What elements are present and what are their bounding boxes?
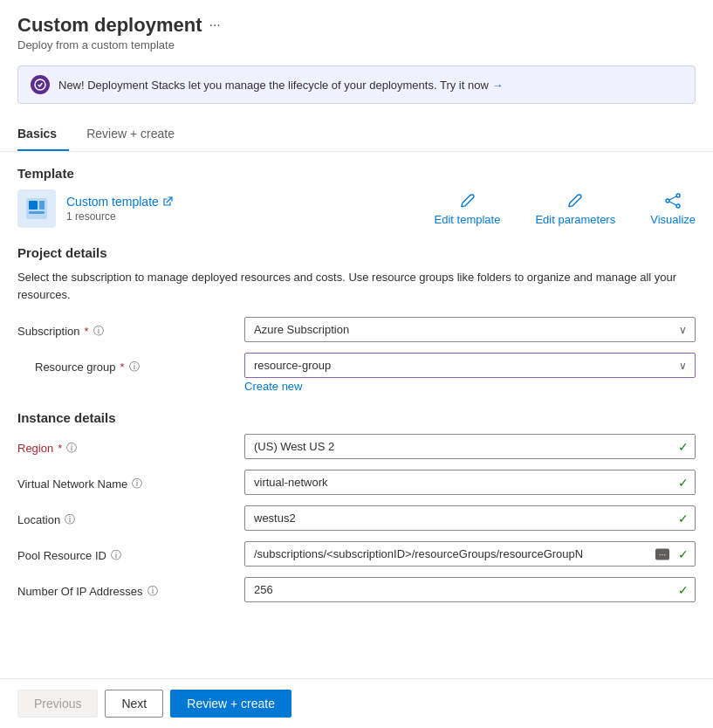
location-input[interactable] [244, 505, 696, 531]
pool-resource-id-input[interactable] [244, 541, 696, 567]
template-actions: Edit template Edit parameters [435, 192, 696, 226]
region-required-star: * [58, 442, 62, 455]
location-row: Location ⓘ ✓ [17, 505, 696, 531]
number-of-ip-addresses-row: Number Of IP Addresses ⓘ ✓ [17, 577, 696, 602]
virtual-network-name-label: Virtual Network Name ⓘ [17, 470, 244, 491]
subscription-label: Subscription * ⓘ [17, 317, 244, 339]
template-name-link[interactable]: Custom template [66, 195, 173, 209]
virtual-network-name-input[interactable] [244, 470, 696, 495]
subscription-select-wrapper: Azure Subscription ∨ [244, 317, 696, 342]
location-label: Location ⓘ [17, 505, 244, 527]
subscription-row: Subscription * ⓘ Azure Subscription ∨ [17, 317, 696, 342]
resource-group-required-star: * [120, 361, 125, 374]
footer: Previous Next Review + create [0, 678, 713, 728]
svg-line-9 [669, 202, 676, 205]
resource-group-field: resource-group ∨ Create new [244, 353, 696, 393]
subscription-info-icon[interactable]: ⓘ [93, 324, 104, 339]
number-of-ip-addresses-label: Number Of IP Addresses ⓘ [17, 577, 244, 599]
banner: New! Deployment Stacks let you manage th… [17, 65, 696, 104]
number-of-ip-addresses-input[interactable] [244, 577, 696, 602]
header-menu-icon[interactable]: ··· [209, 17, 220, 33]
pool-resource-id-info-icon[interactable]: ⓘ [111, 548, 121, 563]
previous-button[interactable]: Previous [17, 690, 98, 718]
region-field: ✓ [244, 434, 696, 459]
resource-group-select-wrapper: resource-group ∨ [244, 353, 696, 378]
svg-point-0 [35, 79, 45, 90]
region-input-wrapper: ✓ [244, 434, 696, 459]
instance-details: Instance details Region * ⓘ ✓ V [17, 410, 696, 602]
template-icon [17, 189, 56, 228]
number-of-ip-addresses-input-wrapper: ✓ [244, 577, 696, 602]
template-card: Custom template 1 resource Edit template… [17, 189, 696, 228]
location-field: ✓ [244, 505, 696, 531]
create-new-link[interactable]: Create new [244, 380, 696, 393]
region-row: Region * ⓘ ✓ [17, 434, 696, 459]
project-description: Select the subscription to manage deploy… [17, 269, 696, 303]
svg-line-8 [669, 196, 676, 200]
virtual-network-name-field: ✓ [244, 470, 696, 495]
pool-resource-id-row: Pool Resource ID ⓘ ··· ✓ [17, 541, 696, 567]
location-input-wrapper: ✓ [244, 505, 696, 531]
subscription-select[interactable]: Azure Subscription [244, 317, 696, 342]
number-of-ip-addresses-valid-icon: ✓ [678, 583, 689, 597]
template-info: Custom template 1 resource [66, 195, 173, 223]
virtual-network-name-input-wrapper: ✓ [244, 470, 696, 495]
location-info-icon[interactable]: ⓘ [65, 512, 75, 527]
edit-parameters-button[interactable]: Edit parameters [535, 192, 615, 226]
subscription-field: Azure Subscription ∨ [244, 317, 696, 342]
pool-resource-id-valid-icon: ✓ [678, 547, 689, 561]
svg-rect-3 [29, 211, 45, 214]
page-title: Custom deployment [17, 14, 202, 37]
review-create-button[interactable]: Review + create [170, 690, 291, 718]
template-section: Template Custom template 1 [17, 166, 696, 228]
region-label: Region * ⓘ [17, 434, 244, 456]
pool-resource-id-truncate-badge: ··· [655, 548, 669, 560]
page-container: Custom deployment ··· Deploy from a cust… [0, 0, 713, 728]
next-button[interactable]: Next [105, 690, 163, 718]
virtual-network-name-row: Virtual Network Name ⓘ ✓ [17, 470, 696, 495]
tab-review-create[interactable]: Review + create [86, 118, 187, 151]
banner-text: New! Deployment Stacks let you manage th… [58, 79, 682, 92]
page-subtitle: Deploy from a custom template [17, 38, 696, 52]
project-details-header: Project details [17, 245, 696, 260]
number-of-ip-addresses-field: ✓ [244, 577, 696, 602]
instance-details-header: Instance details [17, 410, 696, 425]
svg-rect-4 [39, 201, 45, 209]
main-content: Template Custom template 1 [0, 152, 713, 678]
header: Custom deployment ··· Deploy from a cust… [0, 0, 713, 58]
template-section-header: Template [17, 166, 696, 181]
region-valid-icon: ✓ [678, 440, 689, 454]
region-input[interactable] [244, 434, 696, 459]
pool-resource-id-field: ··· ✓ [244, 541, 696, 567]
resource-group-label: Resource group * ⓘ [35, 353, 244, 374]
banner-link[interactable]: → [491, 79, 503, 92]
pool-resource-id-input-wrapper: ··· ✓ [244, 541, 696, 567]
project-details: Project details Select the subscription … [17, 245, 696, 393]
svg-point-7 [676, 204, 680, 208]
virtual-network-name-valid-icon: ✓ [678, 476, 689, 490]
location-valid-icon: ✓ [678, 512, 689, 525]
number-of-ip-addresses-info-icon[interactable]: ⓘ [147, 584, 158, 599]
resource-group-info-icon[interactable]: ⓘ [129, 360, 140, 374]
subscription-required-star: * [85, 325, 89, 338]
tab-basics[interactable]: Basics [17, 118, 69, 151]
visualize-button[interactable]: Visualize [650, 192, 696, 226]
svg-rect-2 [29, 201, 38, 209]
tabs-nav: Basics Review + create [0, 118, 713, 152]
pool-resource-id-label: Pool Resource ID ⓘ [17, 541, 244, 563]
svg-point-5 [666, 199, 669, 203]
template-resource-count: 1 resource [66, 210, 173, 223]
resource-group-row: Resource group * ⓘ resource-group ∨ Crea… [35, 353, 696, 393]
banner-icon [31, 75, 50, 94]
svg-point-6 [676, 194, 680, 197]
region-info-icon[interactable]: ⓘ [66, 441, 77, 456]
resource-group-select[interactable]: resource-group [244, 353, 696, 378]
edit-template-button[interactable]: Edit template [435, 192, 501, 226]
virtual-network-name-info-icon[interactable]: ⓘ [132, 477, 142, 491]
